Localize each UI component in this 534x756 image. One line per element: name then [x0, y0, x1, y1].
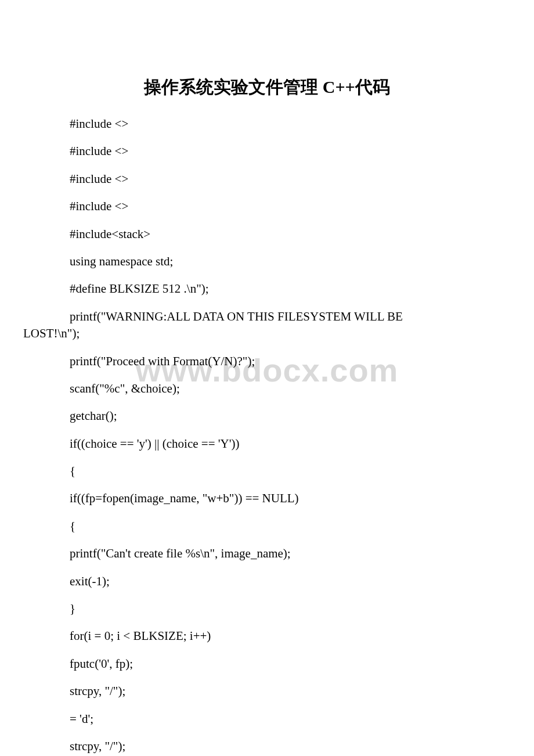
code-line: if((fp=fopen(image_name, "w+b")) == NULL… — [23, 490, 511, 507]
code-line: if((choice == 'y') || (choice == 'Y')) — [23, 435, 511, 452]
code-line: exit(-1); — [23, 573, 511, 590]
code-line: #include <> — [23, 198, 511, 215]
document-content: 操作系统实验文件管理 C++代码 #include <> #include <>… — [23, 75, 511, 755]
code-line: strcpy, "/"); — [23, 683, 511, 700]
code-line: #include <> — [23, 171, 511, 188]
code-line: scanf("%c", &choice); — [23, 380, 511, 397]
code-line: printf("Can't create file %s\n", image_n… — [23, 545, 511, 562]
code-line: #include<stack> — [23, 226, 511, 243]
code-line: #define BLKSIZE 512 .\n"); — [23, 280, 511, 297]
code-text: LOST!\n"); — [23, 326, 80, 340]
code-line: for(i = 0; i < BLKSIZE; i++) — [23, 628, 511, 645]
code-line: printf("WARNING:ALL DATA ON THIS FILESYS… — [23, 308, 511, 343]
code-line: { — [23, 518, 511, 535]
code-line: } — [23, 600, 511, 617]
code-line: fputc('0', fp); — [23, 656, 511, 672]
code-text: printf("WARNING:ALL DATA ON THIS FILESYS… — [70, 309, 403, 323]
code-line: strcpy, "/"); — [23, 738, 511, 755]
code-line: printf("Proceed with Format(Y/N)?"); — [23, 353, 511, 370]
code-line: { — [23, 463, 511, 480]
code-line: = 'd'; — [23, 711, 511, 728]
code-line: getchar(); — [23, 408, 511, 424]
code-line: #include <> — [23, 116, 511, 132]
code-line: #include <> — [23, 143, 511, 160]
document-title: 操作系统实验文件管理 C++代码 — [23, 75, 511, 99]
code-line: using namespace std; — [23, 253, 511, 270]
